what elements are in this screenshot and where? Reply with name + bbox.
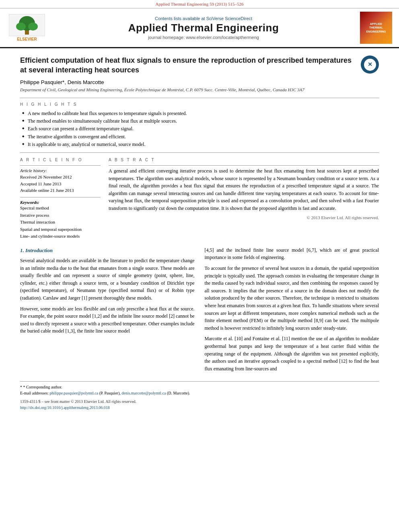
divider-4 (20, 197, 101, 197)
intro-para-2: However, some models are less flexible a… (20, 305, 195, 335)
abstract-col: A B S T R A C T A general and efficient … (109, 158, 379, 240)
footnote-corresponding: * * Corresponding author. (20, 384, 379, 390)
keyword-5: Line- and cylinder-source models (20, 233, 101, 240)
affiliation-text: Department of Civil, Geological and Mini… (20, 87, 379, 93)
logo-right: APPLIEDTHERMALENGINEERING (358, 12, 394, 44)
svg-point-2 (16, 23, 26, 31)
copyright-text: © 2013 Elsevier Ltd. All rights reserved… (109, 214, 379, 221)
crossmark-icon: ✕ (364, 59, 376, 71)
highlights-header: H I G H L I G H T S (20, 102, 379, 107)
journal-center: Contents lists available at SciVerse Sci… (53, 16, 354, 40)
journal-cover-text: APPLIEDTHERMALENGINEERING (366, 22, 386, 33)
crossmark-logo: ✕ (361, 55, 379, 74)
abstract-body: A general and efficient converging itera… (109, 168, 379, 211)
journal-homepage: journal homepage: www.elsevier.com/locat… (53, 35, 354, 40)
abstract-header: A B S T R A C T (109, 158, 379, 162)
main-content: Efficient computation of heat flux signa… (0, 48, 399, 419)
received-date: Received 26 November 2012 (20, 174, 101, 181)
footnote-star-symbol: * (20, 385, 23, 389)
sciverse-text: SciVerse ScienceDirect (206, 16, 252, 21)
highlight-item-4: The iterative algorithm is convergent an… (22, 133, 379, 141)
email-2: denis.marcotte@polymtl.ca (121, 391, 166, 395)
elsevier-tree-logo (9, 14, 45, 36)
footnote-corresponding-text: * Corresponding author. (23, 385, 62, 389)
highlight-item-3: Each source can present a different temp… (22, 125, 379, 133)
section-number: 1. (20, 247, 24, 253)
email-label: E-mail addresses: (20, 391, 49, 395)
section-title-intro: 1. Introduction (20, 246, 195, 255)
email-1: philippe.pasquier@polymtl.ca (49, 391, 98, 395)
email-2-name: (D. Marcotte). (167, 391, 190, 395)
available-online-date: Available online 21 June 2013 (20, 187, 101, 194)
divider-1 (20, 98, 379, 98)
divider-2 (20, 152, 379, 153)
divider-3 (20, 165, 101, 166)
highlights-list: A new method to calibrate heat flux sequ… (20, 110, 379, 148)
sciverse-link: Contents lists available at SciVerse Sci… (53, 16, 354, 21)
keyword-2: Iterative process (20, 212, 101, 219)
article-info-header: A R T I C L E I N F O (20, 158, 101, 162)
section-title-text: Introduction (25, 247, 53, 253)
journal-citation-bar: Applied Thermal Engineering 59 (2013) 51… (0, 0, 399, 8)
highlight-item-1: A new method to calibrate heat flux sequ… (22, 110, 379, 117)
authors-text: Philippe Pasquier*, Denis Marcotte (20, 79, 104, 85)
intro-col-left: 1. Introduction Several analytical model… (20, 246, 195, 376)
intro-para-1: Several analytical models are available … (20, 257, 195, 302)
keyword-4: Spatial and temporal superposition (20, 226, 101, 233)
footnote-area: * * Corresponding author. E-mail address… (20, 381, 379, 411)
footnote-emails: E-mail addresses: philippe.pasquier@poly… (20, 390, 379, 396)
issn-text: 1359-4311/$ – see front matter © 2013 El… (20, 398, 379, 405)
history-label: Article history: (20, 167, 101, 174)
intro-para-4: To account for the presence of several h… (205, 265, 379, 332)
highlight-item-2: The method enables to simultaneously cal… (22, 117, 379, 125)
accepted-date: Accepted 11 June 2013 (20, 181, 101, 187)
introduction-two-col: 1. Introduction Several analytical model… (20, 246, 379, 376)
keyword-3: Thermal interaction (20, 219, 101, 226)
journal-citation-text: Applied Thermal Engineering 59 (2013) 51… (156, 2, 244, 6)
elsevier-wordmark: ELSEVIER (17, 37, 37, 41)
keywords-section: Keywords: Spectral method Iterative proc… (20, 200, 101, 240)
journal-header: ELSEVIER Contents lists available at Sci… (0, 8, 399, 48)
article-history: Article history: Received 26 November 20… (20, 167, 101, 194)
logo-left: ELSEVIER (5, 14, 49, 41)
svg-point-3 (28, 23, 38, 31)
authors-line: Philippe Pasquier*, Denis Marcotte (20, 79, 379, 85)
keywords-list: Spectral method Iterative process Therma… (20, 205, 101, 240)
article-info-col: A R T I C L E I N F O Article history: R… (20, 158, 101, 240)
intro-para-5: Marcotte et al. [10] and Fontaine et al.… (205, 335, 379, 372)
paper-title-text: Efficient computation of heat flux signa… (20, 56, 352, 74)
keyword-1: Spectral method (20, 205, 101, 212)
journal-cover-thumbnail: APPLIEDTHERMALENGINEERING (360, 12, 392, 44)
article-info-abstract: A R T I C L E I N F O Article history: R… (20, 158, 379, 240)
journal-title: Applied Thermal Engineering (53, 22, 354, 34)
abstract-text: A general and efficient converging itera… (109, 167, 379, 222)
email-1-name: (P. Pasquier), (99, 391, 121, 395)
body-section: 1. Introduction Several analytical model… (20, 246, 379, 376)
intro-para-3: [4,5] and the inclined finite line sourc… (205, 246, 379, 261)
highlight-item-5: It is applicable to any, analytical or n… (22, 141, 379, 148)
divider-5 (109, 165, 379, 166)
doi-link: http://dx.doi.org/10.1016/j.applthermale… (20, 405, 379, 411)
intro-col-right: [4,5] and the inclined finite line sourc… (205, 246, 379, 376)
footnote-bottom: 1359-4311/$ – see front matter © 2013 El… (20, 398, 379, 411)
paper-title-container: Efficient computation of heat flux signa… (20, 55, 379, 75)
keywords-label: Keywords: (20, 200, 101, 205)
